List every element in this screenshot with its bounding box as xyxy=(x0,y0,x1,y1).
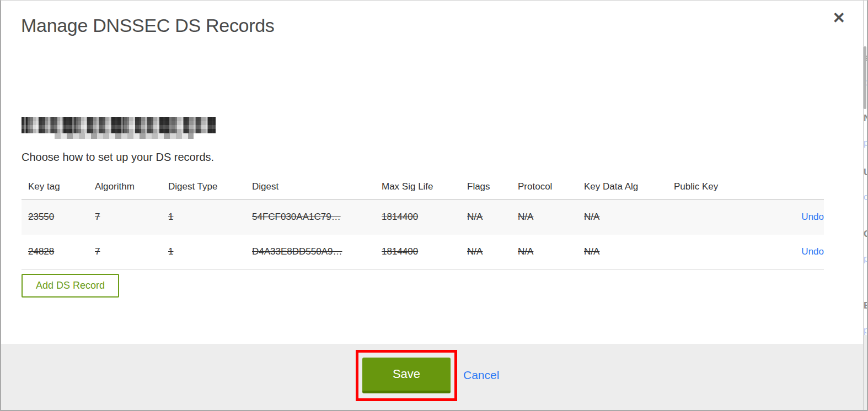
dialog-footer: Save Cancel xyxy=(1,344,863,410)
cell-flags: N/A xyxy=(460,235,511,269)
cell-actions: Undo xyxy=(772,235,824,269)
cell-max-sig-life: 1814400 xyxy=(375,235,460,269)
cutoff-text-fragment: C xyxy=(864,229,867,239)
redacted-domain-name xyxy=(22,117,216,133)
instruction-text: Choose how to set up your DS records. xyxy=(22,151,863,164)
cell-digest-type: 1 xyxy=(162,200,245,235)
cell-public-key xyxy=(667,200,772,235)
col-header-key-data-alg: Key Data Alg xyxy=(577,174,667,200)
page-title: Manage DNSSEC DS Records xyxy=(21,15,863,36)
cell-key-tag: 23550 xyxy=(22,200,88,235)
table-header-row: Key tag Algorithm Digest Type Digest Max… xyxy=(22,174,824,200)
cancel-link[interactable]: Cancel xyxy=(463,369,499,382)
table-row: 24828 7 1 D4A33E8DD550A9… 1814400 N/A N/… xyxy=(22,235,824,269)
cutoff-text-fragment: U xyxy=(864,167,867,177)
cell-digest: D4A33E8DD550A9… xyxy=(245,235,375,269)
cell-max-sig-life: 1814400 xyxy=(375,200,460,235)
cell-key-data-alg: N/A xyxy=(577,235,667,269)
col-header-actions xyxy=(772,174,824,200)
col-header-digest: Digest xyxy=(245,174,375,200)
col-header-flags: Flags xyxy=(460,174,511,200)
undo-link[interactable]: Undo xyxy=(801,246,824,257)
cell-public-key xyxy=(667,235,772,269)
cutoff-link-fragment: p xyxy=(864,326,867,335)
add-ds-record-button[interactable]: Add DS Record xyxy=(22,274,119,298)
cell-key-data-alg: N/A xyxy=(577,200,667,235)
cell-protocol: N/A xyxy=(511,235,577,269)
undo-link[interactable]: Undo xyxy=(801,212,824,222)
scrollbar-thumb[interactable] xyxy=(864,46,866,109)
cutoff-link-fragment: o xyxy=(864,192,867,202)
screenshot-frame: ✕ Manage DNSSEC DS Records Choose how to… xyxy=(0,0,868,411)
cell-protocol: N/A xyxy=(511,200,577,235)
cell-algorithm: 7 xyxy=(88,235,162,269)
manage-dnssec-dialog: ✕ Manage DNSSEC DS Records Choose how to… xyxy=(1,1,864,410)
cutoff-text-fragment: N xyxy=(864,113,867,123)
cell-actions: Undo xyxy=(772,200,824,235)
col-header-key-tag: Key tag xyxy=(22,174,88,200)
cell-digest: 54FCF030AA1C79… xyxy=(245,200,375,235)
save-button[interactable]: Save xyxy=(362,358,451,393)
ds-records-table: Key tag Algorithm Digest Type Digest Max… xyxy=(22,174,824,269)
close-icon[interactable]: ✕ xyxy=(833,10,845,26)
col-header-protocol: Protocol xyxy=(511,174,577,200)
cutoff-link-fragment: p xyxy=(864,138,867,148)
col-header-algorithm: Algorithm xyxy=(88,174,162,200)
cell-digest-type: 1 xyxy=(162,235,245,269)
cell-algorithm: 7 xyxy=(88,200,162,235)
background-page-footer-edge xyxy=(864,335,867,410)
cutoff-text-fragment: E xyxy=(864,301,867,310)
col-header-public-key: Public Key xyxy=(667,174,772,200)
cutoff-link-fragment: p xyxy=(864,254,867,263)
col-header-max-sig-life: Max Sig Life xyxy=(375,174,460,200)
table-row: 23550 7 1 54FCF030AA1C79… 1814400 N/A N/… xyxy=(22,200,824,235)
cell-flags: N/A xyxy=(460,200,511,235)
red-highlight-annotation: Save xyxy=(356,350,457,401)
cell-key-tag: 24828 xyxy=(22,235,88,269)
col-header-digest-type: Digest Type xyxy=(162,174,245,200)
